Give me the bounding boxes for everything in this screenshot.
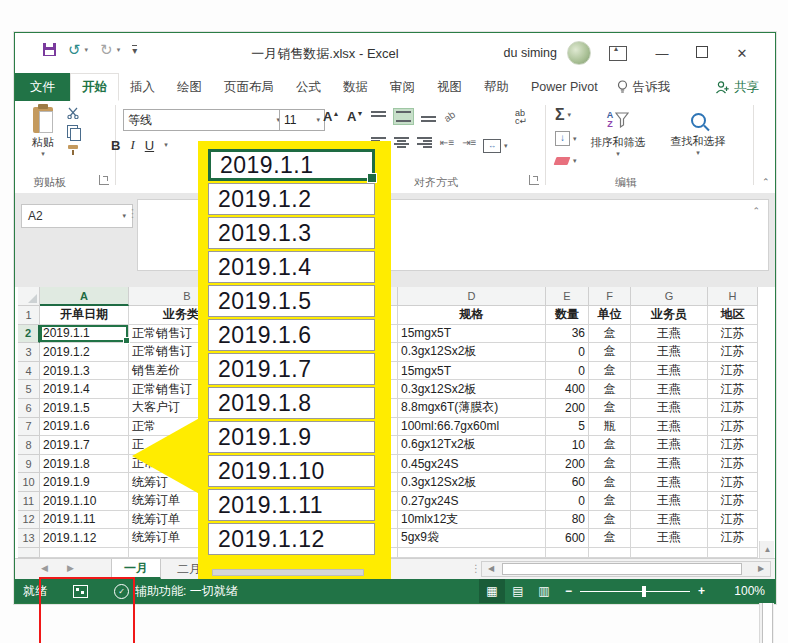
row-header-4[interactable]: 4 [18, 362, 40, 381]
cell[interactable]: 王燕 [631, 529, 708, 548]
macro-record-icon[interactable] [73, 585, 88, 598]
autosum-button[interactable]: Σ▾ [555, 106, 571, 124]
row-header-11[interactable]: 11 [18, 492, 40, 511]
clear-button[interactable]: ▾ [555, 157, 577, 165]
cell[interactable]: 盒 [589, 473, 631, 492]
cell[interactable]: 盒 [589, 380, 631, 399]
cell[interactable]: 0.45gx24S [398, 455, 546, 474]
ribbon-tab[interactable]: 数据 [332, 73, 379, 101]
middle-align-button[interactable] [394, 109, 413, 124]
horizontal-scrollbar[interactable]: ◀ ▶ [481, 561, 771, 577]
row-header-12[interactable]: 12 [18, 511, 40, 530]
column-header-A[interactable]: A [40, 287, 129, 306]
cell[interactable]: 王燕 [631, 418, 708, 437]
cell[interactable] [18, 548, 40, 558]
cell[interactable]: 王燕 [631, 380, 708, 399]
cell[interactable]: 2019.1.5 [40, 399, 129, 418]
cell[interactable]: 0.6gx12Tx2板 [398, 436, 546, 455]
ribbon-tab[interactable]: 开始 [70, 73, 119, 101]
cell[interactable] [546, 548, 589, 558]
cell[interactable]: 5 [546, 418, 589, 437]
name-box-dropdown-icon[interactable]: ▾ [122, 212, 126, 220]
save-icon[interactable] [43, 43, 56, 56]
increase-font-icon[interactable]: A▲ [323, 109, 339, 124]
row-header-13[interactable]: 13 [18, 529, 40, 548]
maximize-button[interactable] [689, 46, 715, 61]
cell[interactable]: 2019.1.3 [40, 362, 129, 381]
cell[interactable]: 0.3gx12Sx2板 [398, 380, 546, 399]
next-sheet-icon[interactable]: ▶ [67, 563, 74, 573]
undo-dropdown-icon[interactable]: ▾ [85, 46, 89, 54]
cell[interactable]: 80 [546, 511, 589, 530]
cell[interactable]: 江苏 [708, 529, 758, 548]
cell[interactable] [40, 548, 129, 558]
tab-scroll-splitter[interactable]: ⋮ [471, 563, 481, 574]
cell[interactable]: 0 [546, 362, 589, 381]
zoom-slider-thumb[interactable] [642, 586, 646, 597]
scroll-left-icon[interactable]: ◀ [484, 563, 498, 575]
align-center-button[interactable] [394, 137, 409, 148]
cell[interactable]: 200 [546, 399, 589, 418]
fill-handle[interactable] [123, 337, 130, 344]
cell[interactable]: 盒 [589, 343, 631, 362]
find-select-button[interactable]: 查找和选择 ▾ [661, 105, 735, 157]
italic-button[interactable]: I [130, 137, 134, 153]
cell[interactable]: 5gx9袋 [398, 529, 546, 548]
cell[interactable]: 江苏 [708, 362, 758, 381]
cell[interactable]: 江苏 [708, 511, 758, 530]
cell[interactable]: 100ml:66.7gx60ml [398, 418, 546, 437]
cell[interactable]: 江苏 [708, 418, 758, 437]
cell[interactable]: 15mgx5T [398, 362, 546, 381]
increase-indent-icon[interactable]: ⇥≡ [462, 137, 476, 148]
cell[interactable]: 王燕 [631, 362, 708, 381]
user-name[interactable]: du siming [504, 46, 558, 60]
page-layout-view-button[interactable]: ▤ [505, 579, 531, 603]
ribbon-display-options-icon[interactable] [609, 46, 627, 61]
cell[interactable]: 江苏 [708, 325, 758, 344]
row-header-7[interactable]: 7 [18, 418, 40, 437]
cell[interactable]: 2019.1.8 [40, 455, 129, 474]
cell[interactable]: 盒 [589, 325, 631, 344]
cell[interactable] [589, 548, 631, 558]
cell[interactable]: 60 [546, 473, 589, 492]
cell[interactable] [398, 548, 546, 558]
paste-button[interactable]: 粘贴 ▾ [23, 105, 63, 169]
row-header-1[interactable]: 1 [18, 306, 40, 325]
cell[interactable]: 开单日期 [40, 306, 129, 325]
cell[interactable]: 盒 [589, 436, 631, 455]
font-size-select[interactable]: 11▾ [279, 109, 325, 131]
bold-button[interactable]: B [111, 138, 120, 153]
cell[interactable]: 盒 [589, 399, 631, 418]
zoom-out-button[interactable]: − [565, 584, 572, 598]
cell[interactable]: 0.3gx12Sx2板 [398, 473, 546, 492]
clipboard-dialog-launcher-icon[interactable] [99, 175, 109, 185]
cell[interactable]: 2019.1.2 [40, 343, 129, 362]
column-header-G[interactable]: G [631, 287, 708, 306]
cell[interactable]: 600 [546, 529, 589, 548]
cell[interactable]: 江苏 [708, 380, 758, 399]
cell[interactable]: 2019.1.7 [40, 436, 129, 455]
cell[interactable] [708, 548, 758, 558]
cell[interactable]: 王燕 [631, 473, 708, 492]
copy-icon[interactable] [67, 125, 78, 138]
ribbon-tab[interactable]: 插入 [119, 73, 166, 101]
cell[interactable]: 2019.1.6 [40, 418, 129, 437]
tell-me-button[interactable]: 告诉我 [609, 73, 679, 101]
ribbon-tab[interactable]: Power Pivot [520, 73, 609, 101]
ribbon-tab[interactable]: 页面布局 [213, 73, 285, 101]
zoom-slider[interactable] [580, 591, 690, 592]
ribbon-tab[interactable]: 审阅 [379, 73, 426, 101]
name-box[interactable]: A2 ▾ [21, 204, 133, 228]
column-header-H[interactable]: H [708, 287, 758, 306]
ribbon-tab[interactable]: 公式 [285, 73, 332, 101]
cell[interactable]: 盒 [589, 455, 631, 474]
cell[interactable]: 10 [546, 436, 589, 455]
collapse-formula-bar-icon[interactable]: ⌃ [752, 206, 760, 216]
cell[interactable]: 江苏 [708, 399, 758, 418]
scroll-right-icon[interactable]: ▶ [754, 563, 768, 575]
cell[interactable]: 2019.1.11 [40, 511, 129, 530]
decrease-indent-icon[interactable]: ⇤≡ [440, 137, 454, 148]
align-right-button[interactable] [417, 137, 432, 148]
cell[interactable]: 江苏 [708, 455, 758, 474]
collapse-ribbon-icon[interactable]: ⌃ [762, 177, 770, 187]
